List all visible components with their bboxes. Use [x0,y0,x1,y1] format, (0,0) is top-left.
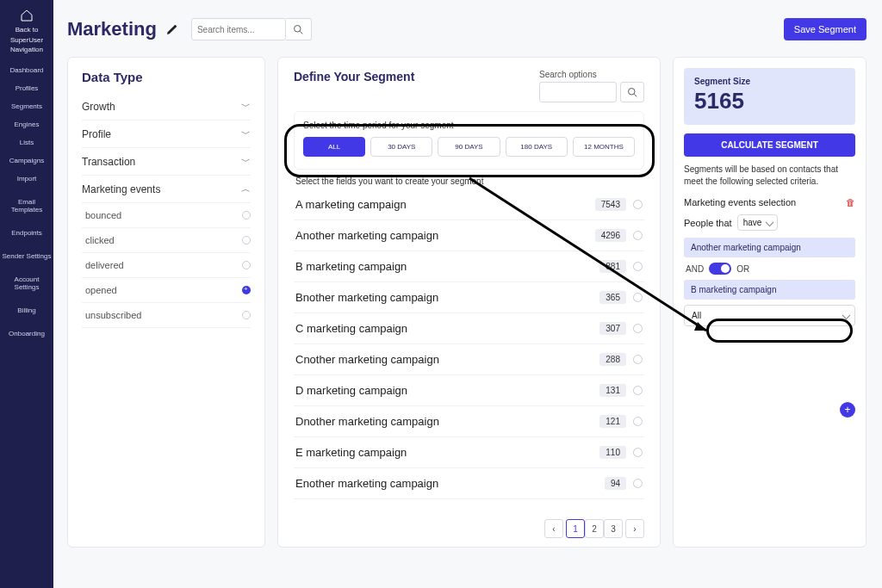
search-input[interactable] [191,18,286,40]
field-count: 94 [605,477,626,490]
back-line-2: SuperUser [10,36,43,45]
page-title: Marketing [67,18,157,40]
nav-item-profiles[interactable]: Profiles [0,79,53,97]
chevron-down-icon: ﹀ [241,100,251,113]
nav-item-endpoints[interactable]: Endpoints [0,224,53,242]
nav-item-email-templates[interactable]: Email Templates [0,193,53,219]
category-marketing-events[interactable]: Marketing events︿ [82,176,251,203]
category-growth[interactable]: Growth﹀ [82,93,251,121]
radio-icon [242,236,251,244]
segment-size-label: Segment Size [694,77,845,86]
radio-icon [242,261,251,269]
field-name: B marketing campaign [295,260,599,273]
field-radio[interactable] [633,324,643,333]
nav-item-billing[interactable]: Billing [0,301,53,319]
field-name: Bnother marketing campaign [295,291,599,304]
or-label: OR [736,264,749,274]
and-or-toggle[interactable] [709,263,731,275]
segment-summary-panel: Segment Size 5165 CALCULATE SEGMENT Segm… [673,57,866,548]
field-row[interactable]: Dnother marketing campaign121 [294,406,644,437]
calculate-segment-button[interactable]: CALCULATE SEGMENT [684,133,855,157]
search-options-button[interactable] [620,82,644,102]
period-all[interactable]: ALL [303,137,365,157]
pager-prev[interactable]: ‹ [544,519,563,538]
add-criteria-button[interactable]: + [840,402,855,418]
field-radio[interactable] [633,231,643,240]
and-label: AND [686,264,704,274]
data-type-panel: Data Type Growth﹀Profile﹀Transaction﹀Mar… [67,57,265,548]
field-row[interactable]: Bnother marketing campaign365 [294,282,644,313]
field-radio[interactable] [633,479,643,488]
nav-item-onboarding[interactable]: Onboarding [0,325,53,343]
pager-page-3[interactable]: 3 [604,519,623,538]
save-segment-button[interactable]: Save Segment [784,18,866,40]
field-name: Another marketing campaign [295,229,595,242]
period-30-days[interactable]: 30 DAYS [370,137,432,157]
period-12-months[interactable]: 12 MONTHS [573,137,635,157]
event-clicked[interactable]: clicked [82,228,251,253]
field-name: C marketing campaign [295,322,599,335]
event-opened[interactable]: opened [82,278,251,303]
nav-item-import[interactable]: Import [0,170,53,188]
back-line-1: Back to [10,26,43,34]
field-row[interactable]: Enother marketing campaign94 [294,468,644,499]
search-options-label: Search options [539,70,644,79]
field-radio[interactable] [633,355,643,364]
pager-page-2[interactable]: 2 [585,519,604,538]
event-bounced[interactable]: bounced [82,203,251,228]
chevron-down-icon: ﹀ [241,155,251,168]
nav-item-campaigns[interactable]: Campaigns [0,152,53,170]
field-count: 307 [599,322,626,335]
field-name: Enother marketing campaign [295,477,605,490]
field-row[interactable]: C marketing campaign307 [294,313,644,344]
field-row[interactable]: D marketing campaign131 [294,375,644,406]
nav-item-engines[interactable]: Engines [0,115,53,133]
field-count: 131 [599,384,626,397]
search-button[interactable] [286,18,312,40]
field-row[interactable]: A marketing campaign7543 [294,189,644,220]
field-count: 288 [599,353,626,366]
category-transaction[interactable]: Transaction﹀ [82,148,251,176]
nav-item-lists[interactable]: Lists [0,133,53,152]
field-row[interactable]: Another marketing campaign4296 [294,220,644,251]
field-radio[interactable] [633,293,643,302]
page-header: Marketing Save Segment [67,12,866,46]
segment-size-value: 5165 [694,88,845,115]
search-options-input[interactable] [539,82,617,102]
field-row[interactable]: B marketing campaign881 [294,251,644,282]
pager-page-1[interactable]: 1 [566,519,585,538]
field-row[interactable]: Cnother marketing campaign288 [294,344,644,375]
period-90-days[interactable]: 90 DAYS [438,137,500,157]
all-time-select[interactable]: All [684,305,855,326]
field-name: E marketing campaign [295,446,599,459]
svg-point-0 [295,26,301,33]
event-delivered[interactable]: delivered [82,253,251,278]
pager: ‹ 123 › [544,512,644,538]
radio-icon [242,311,251,319]
period-180-days[interactable]: 180 DAYS [506,137,568,157]
fields-label: Select the fields you want to create you… [295,176,644,186]
field-radio[interactable] [633,448,643,457]
category-profile[interactable]: Profile﹀ [82,121,251,148]
nav-item-account-settings[interactable]: Account Settings [0,270,53,296]
criteria-chip-1[interactable]: Another marketing campaign [684,238,855,257]
pager-next[interactable]: › [625,519,644,538]
nav-item-dashboard[interactable]: Dashboard [0,61,53,79]
field-radio[interactable] [633,262,643,271]
have-select[interactable]: have [737,214,779,231]
search-icon [293,24,303,34]
field-count: 4296 [595,229,626,242]
define-segment-title: Define Your Segment [294,70,414,84]
nav-item-segments[interactable]: Segments [0,97,53,115]
field-radio[interactable] [633,417,643,426]
field-row[interactable]: E marketing campaign110 [294,437,644,468]
delete-criteria-icon[interactable]: 🗑 [846,197,855,207]
criteria-chip-2[interactable]: B marketing campaign [684,280,855,300]
event-unsubscribed[interactable]: unsubscribed [82,303,251,328]
nav-item-sender-settings[interactable]: Sender Settings [0,247,53,265]
field-count: 365 [599,291,626,304]
field-radio[interactable] [633,200,643,209]
back-to-superuser[interactable]: Back to SuperUser Navigation [10,9,43,54]
edit-icon[interactable] [165,22,179,36]
field-radio[interactable] [633,386,643,395]
